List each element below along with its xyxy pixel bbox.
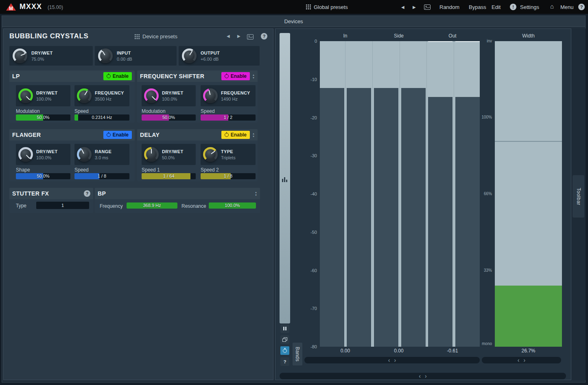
stutter-type-label: Type: [16, 203, 26, 209]
knob-label: DRY/WET: [162, 149, 183, 154]
meter-scrollbar[interactable]: ‹ ›: [304, 357, 480, 363]
flanger-shape-slider[interactable]: 50.0%: [16, 173, 70, 179]
power-icon: [225, 74, 229, 78]
sort-up-icon: ▲: [255, 191, 257, 194]
bp-resonance-slider[interactable]: 100.0%: [209, 202, 256, 209]
slider-value: 100.0%: [209, 202, 256, 209]
device-preset-image-button[interactable]: [247, 34, 254, 41]
width-meter-display: [495, 41, 562, 347]
grid-icon: [135, 34, 140, 39]
meter-bar-out-l: [428, 41, 452, 347]
grid-icon: [306, 4, 311, 9]
tab-toolbar[interactable]: Toolbar: [573, 175, 584, 218]
edit-button[interactable]: Edit: [492, 3, 501, 11]
meter-fill: [347, 88, 371, 347]
delay-drywet-tile: DRY/WET50.0%: [142, 144, 196, 165]
tab-devices[interactable]: Devices: [284, 18, 303, 24]
knob-label: DRY/WET: [36, 90, 57, 95]
device-prev-preset-button[interactable]: ◀: [227, 34, 230, 38]
stutter-type-field[interactable]: 1: [36, 202, 89, 209]
menu-button[interactable]: Menu: [560, 3, 574, 11]
device-presets-button[interactable]: Device presets: [135, 33, 177, 40]
db-label: 0: [296, 39, 317, 44]
global-presets-button[interactable]: Global presets: [306, 3, 348, 11]
device-presets-label: Device presets: [142, 33, 177, 40]
stutter-help-button[interactable]: ?: [84, 190, 90, 197]
prev-icon: ◀: [401, 5, 404, 9]
random-button[interactable]: Random: [439, 3, 459, 11]
preset-image-icon: [424, 4, 431, 10]
help-button[interactable]: ?: [578, 4, 585, 10]
knob-core: [184, 51, 195, 61]
knob-core: [205, 90, 216, 101]
power-icon: [283, 349, 287, 353]
fs-frequency-knob[interactable]: [203, 88, 218, 103]
bp-reorder-button[interactable]: ▲▼: [255, 191, 257, 196]
lp-speed-slider[interactable]: 0.2314 Hz: [74, 114, 129, 121]
module-lp: LP Enable DRY/WET100.0% FREQUENCY3500 Hz…: [9, 70, 135, 123]
delay-drywet-knob[interactable]: [144, 147, 159, 162]
slider-value: 0.2314 Hz: [74, 114, 129, 121]
slider-label: Speed: [74, 167, 89, 173]
meter-column-label-out: Out: [426, 33, 479, 39]
fs-speed-slider[interactable]: 1 / 2: [201, 114, 256, 121]
fs-modulation-slider[interactable]: 50.0%: [142, 114, 196, 121]
delay-speed2-slider[interactable]: 1 / 8: [201, 173, 256, 179]
bp-frequency-slider[interactable]: 368.9 Hz: [127, 202, 177, 209]
flanger-enable-button[interactable]: Enable: [103, 131, 132, 139]
lp-drywet-tile: DRY/WET100.0%: [16, 85, 70, 106]
meter-power-button[interactable]: [280, 346, 289, 355]
meter-fill: [455, 97, 480, 347]
width-fill: [495, 286, 562, 347]
master-drywet-knob[interactable]: [13, 48, 27, 63]
knob-core: [15, 51, 25, 61]
previous-preset-button[interactable]: ◀: [401, 3, 404, 11]
width-scrollbar[interactable]: ‹ ›: [482, 357, 561, 363]
preset-image-icon: [247, 34, 254, 40]
master-input-knob[interactable]: [98, 48, 113, 63]
flanger-drywet-knob[interactable]: [18, 147, 33, 162]
module-header: DELAY Enable ▲▼: [137, 129, 258, 141]
lp-drywet-knob[interactable]: [18, 88, 33, 103]
fs-drywet-knob[interactable]: [144, 88, 159, 103]
lp-enable-button[interactable]: Enable: [103, 72, 132, 80]
meter-fill: [320, 88, 344, 347]
meter-gridline: [454, 41, 454, 347]
delay-reorder-button[interactable]: ▲▼: [252, 132, 255, 138]
delay-enable-button[interactable]: Enable: [221, 131, 250, 139]
master-output-knob[interactable]: [182, 48, 197, 63]
bypass-button[interactable]: Bypass: [469, 3, 486, 11]
fs-drywet-tile: DRY/WET100.0%: [142, 85, 196, 106]
fs-enable-button[interactable]: Enable: [221, 72, 250, 80]
delay-speed1-slider[interactable]: 1 / 64: [142, 173, 196, 179]
slider-value: 50.0%: [16, 114, 70, 121]
lp-frequency-knob[interactable]: [77, 88, 92, 103]
module-bp: BP ▲▼ Frequency 368.9 Hz Resonance 100.0…: [95, 188, 260, 213]
device-panel: BUBBLING CRYSTALS Device presets ◀ ▶ ? D…: [3, 29, 273, 380]
delay-type-knob[interactable]: [203, 147, 218, 162]
fs-reorder-button[interactable]: ▲▼: [252, 74, 255, 79]
help-icon: ?: [580, 4, 583, 9]
home-button[interactable]: ⌂: [550, 2, 554, 10]
help-icon: ?: [284, 359, 286, 364]
preset-image-button[interactable]: [424, 4, 431, 11]
alert-icon[interactable]: !: [510, 4, 516, 10]
device-help-button[interactable]: ?: [261, 33, 267, 40]
meter-help-button[interactable]: ?: [280, 357, 289, 366]
device-next-preset-button[interactable]: ▶: [237, 34, 240, 38]
module-title: FLANGER: [12, 132, 41, 138]
next-preset-button[interactable]: ▶: [413, 3, 416, 11]
flanger-speed-slider[interactable]: 1 / 8: [74, 173, 129, 179]
knob-value: 100.0%: [162, 97, 183, 101]
scroll-right-icon: ›: [425, 373, 427, 379]
power-icon: [107, 133, 111, 137]
meter-bar-in-l: [320, 41, 344, 347]
module-header: LP Enable: [9, 70, 135, 82]
windows-button[interactable]: [280, 335, 289, 344]
meter-zoom-slider[interactable]: [280, 33, 290, 323]
flanger-range-knob[interactable]: [77, 147, 92, 162]
lp-modulation-slider[interactable]: 50.0%: [16, 114, 70, 121]
pause-button[interactable]: [280, 324, 289, 333]
settings-button[interactable]: Settings: [520, 3, 539, 11]
panel-scrollbar[interactable]: ‹ ›: [280, 373, 566, 379]
